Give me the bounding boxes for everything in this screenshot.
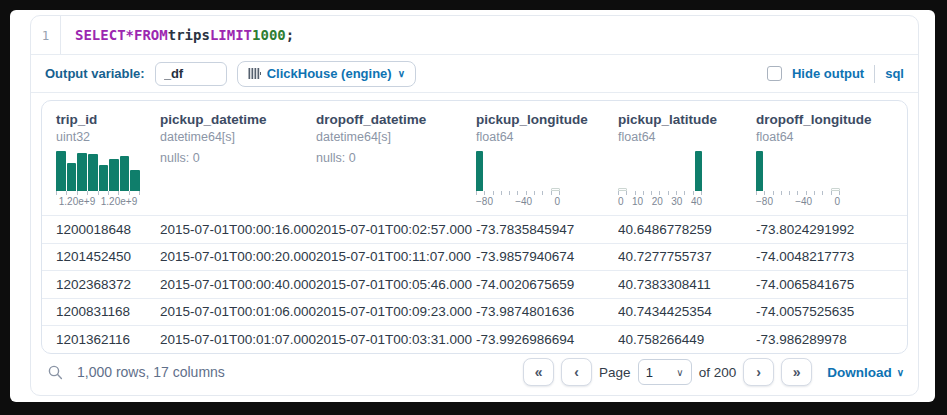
table-cell: -73.986289978 xyxy=(756,332,896,347)
row-count-summary: 1,000 rows, 17 columns xyxy=(77,364,225,380)
histogram-bar xyxy=(67,163,77,191)
table-cell: 1201452450 xyxy=(56,249,160,264)
table-cell: 40.6486778259 xyxy=(618,222,756,237)
histogram-axis-label: 1.20e+9 xyxy=(101,196,137,207)
column-summary: 010203040 xyxy=(618,151,756,209)
page-select-value: 1 xyxy=(646,365,653,380)
chevron-down-icon: ∨ xyxy=(398,68,405,79)
engine-selector[interactable]: ClickHouse (engine) ∨ xyxy=(237,61,416,87)
histogram-bar xyxy=(695,151,702,191)
page-label: Page xyxy=(599,365,631,380)
engine-label: ClickHouse (engine) xyxy=(267,66,392,81)
histogram-bar xyxy=(77,153,87,191)
histogram-ticks xyxy=(756,191,840,195)
column-header[interactable]: dropoff_datetimedatetime64[s]nulls: 0 xyxy=(316,111,476,209)
histogram-bar xyxy=(88,154,98,191)
column-type: uint32 xyxy=(56,129,160,146)
table-row: 12008311682015-07-01T00:01:06.0002015-07… xyxy=(42,298,907,326)
code-editor[interactable]: 1 SELECT * FROM trips LIMIT 1000; xyxy=(31,16,918,54)
clickhouse-icon xyxy=(248,67,261,80)
column-histogram: 010203040 xyxy=(618,151,702,207)
table-row: 12023683722015-07-01T00:00:40.0002015-07… xyxy=(42,270,907,298)
code-token: LIMIT xyxy=(210,27,252,43)
table-cell: -74.0057525635 xyxy=(756,304,896,319)
table-cell: -74.0048217773 xyxy=(756,249,896,264)
table-cell: 2015-07-01T00:03:31.000 xyxy=(316,332,476,347)
table-cell: 40.7277755737 xyxy=(618,249,756,264)
histogram-axis-label: 0 xyxy=(834,196,840,207)
histogram-axis-label: 0 xyxy=(554,196,560,207)
column-histogram: −80−400 xyxy=(476,151,560,207)
histogram-axis-label: 1.20e+9 xyxy=(59,196,95,207)
table-cell: -74.0065841675 xyxy=(756,277,896,292)
table-cell: 2015-07-01T00:02:57.000 xyxy=(316,222,476,237)
output-variable-input[interactable] xyxy=(155,62,227,86)
column-name: pickup_datetime xyxy=(160,111,316,129)
null-count-label: nulls: 0 xyxy=(316,151,476,165)
histogram-axis-label: −40 xyxy=(795,196,812,207)
column-header[interactable]: pickup_latitudefloat64010203040 xyxy=(618,111,756,209)
histogram-bar xyxy=(756,151,763,191)
download-label: Download xyxy=(827,365,892,380)
chevron-down-icon: ∨ xyxy=(676,367,683,378)
table-cell: 2015-07-01T00:01:06.000 xyxy=(160,304,316,319)
table-row: 12000186482015-07-01T00:00:16.0002015-07… xyxy=(42,215,907,243)
null-count-label: nulls: 0 xyxy=(160,151,316,165)
table-cell: -73.7835845947 xyxy=(476,222,618,237)
hide-output-checkbox[interactable] xyxy=(767,66,782,81)
search-icon[interactable] xyxy=(47,364,64,381)
table-footer: 1,000 rows, 17 columns « ‹ Page 1 ∨ of 2… xyxy=(41,354,908,396)
histogram-axis-label: 20 xyxy=(652,196,663,207)
table-cell: 40.7383308411 xyxy=(618,277,756,292)
language-badge[interactable]: sql xyxy=(885,66,904,81)
first-page-button[interactable]: « xyxy=(523,358,554,386)
divider xyxy=(874,65,875,83)
histogram-ticks xyxy=(476,191,560,195)
column-summary: −80−400 xyxy=(476,151,618,209)
sql-code-line[interactable]: SELECT * FROM trips LIMIT 1000; xyxy=(61,16,918,54)
histogram-ticks xyxy=(618,191,702,195)
column-summary: −80−400 xyxy=(756,151,896,209)
next-page-button[interactable]: › xyxy=(743,358,774,386)
table-cell: -73.9857940674 xyxy=(476,249,618,264)
column-name: pickup_longitude xyxy=(476,111,618,129)
histogram-axis-label: −80 xyxy=(476,196,493,207)
notebook-panel: 1 SELECT * FROM trips LIMIT 1000; Output… xyxy=(10,10,935,402)
hide-output-label[interactable]: Hide output xyxy=(792,66,864,81)
column-header[interactable]: pickup_datetimedatetime64[s]nulls: 0 xyxy=(160,111,316,209)
column-type: float64 xyxy=(618,129,756,146)
column-type: datetime64[s] xyxy=(160,129,316,146)
code-token: FROM xyxy=(134,27,168,43)
column-type: datetime64[s] xyxy=(316,129,476,146)
table-cell: 40.7434425354 xyxy=(618,304,756,319)
table-cell: 40.758266449 xyxy=(618,332,756,347)
table-cell: -73.8024291992 xyxy=(756,222,896,237)
download-button[interactable]: Download ∨ xyxy=(827,365,904,380)
cell-toolbar: Output variable: ClickHouse (engine) ∨ xyxy=(31,55,918,92)
histogram-bar xyxy=(99,165,109,191)
table-row: 12013621162015-07-01T00:01:07.0002015-07… xyxy=(42,325,907,353)
result-table: trip_iduint321.20e+91.20e+9pickup_dateti… xyxy=(41,100,908,354)
output-variable-label: Output variable: xyxy=(45,66,145,81)
table-cell: 1200018648 xyxy=(56,222,160,237)
histogram-bar xyxy=(120,156,130,191)
column-type: float64 xyxy=(756,129,896,146)
column-header[interactable]: trip_iduint321.20e+91.20e+9 xyxy=(56,111,160,209)
prev-page-button[interactable]: ‹ xyxy=(561,358,592,386)
page-select[interactable]: 1 ∨ xyxy=(638,359,692,385)
table-cell: 1200831168 xyxy=(56,304,160,319)
table-cell: -73.9926986694 xyxy=(476,332,618,347)
column-summary: 1.20e+91.20e+9 xyxy=(56,151,160,209)
table-cell: -74.0020675659 xyxy=(476,277,618,292)
table-cell: 2015-07-01T00:00:40.000 xyxy=(160,277,316,292)
table-header-row: trip_iduint321.20e+91.20e+9pickup_dateti… xyxy=(42,101,907,215)
table-cell: 1201362116 xyxy=(56,332,160,347)
column-summary: nulls: 0 xyxy=(160,151,316,209)
last-page-button[interactable]: » xyxy=(781,358,812,386)
code-token: SELECT xyxy=(75,27,126,43)
column-header[interactable]: dropoff_longitudefloat64−80−400 xyxy=(756,111,896,209)
code-token: 1000 xyxy=(252,27,286,43)
column-header[interactable]: pickup_longitudefloat64−80−400 xyxy=(476,111,618,209)
histogram-bar xyxy=(56,151,66,191)
code-token: ; xyxy=(286,27,294,43)
